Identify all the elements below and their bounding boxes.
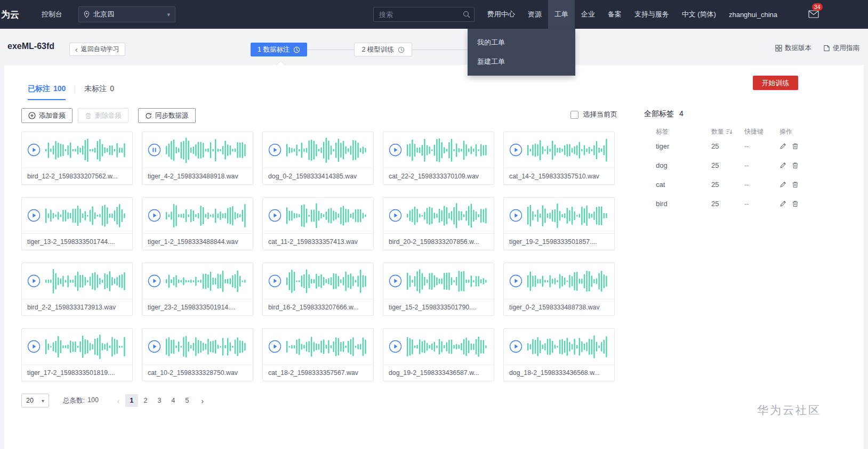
audio-card[interactable]: tiger_23-2_1598333501914....: [142, 263, 253, 316]
play-button[interactable]: [268, 143, 282, 157]
play-button[interactable]: [148, 143, 161, 157]
play-button[interactable]: [268, 209, 282, 222]
play-button[interactable]: [509, 340, 523, 353]
nav-item-resources[interactable]: 资源: [521, 0, 548, 29]
mail-button[interactable]: 34: [808, 10, 819, 20]
audio-card[interactable]: bird_12-2_1598333207562.w...: [21, 132, 133, 185]
nav-item-account[interactable]: zhanghui_china: [722, 0, 784, 29]
start-training-button[interactable]: 开始训练: [753, 76, 798, 90]
audio-card[interactable]: dog_18-2_1598333436568.w...: [503, 328, 615, 381]
audio-card[interactable]: bird_2-2_1598333173913.wav: [21, 263, 133, 316]
data-version-link[interactable]: 数据版本: [775, 44, 811, 53]
delete-label-icon[interactable]: [792, 162, 799, 169]
play-button[interactable]: [389, 209, 402, 222]
play-button[interactable]: [148, 209, 161, 222]
select-current-page[interactable]: 选择当前页: [570, 110, 617, 119]
audio-card[interactable]: tiger_1-2_1598333488844.wav: [142, 197, 253, 250]
play-button[interactable]: [27, 340, 41, 353]
edit-label-icon[interactable]: [779, 162, 786, 169]
play-button[interactable]: [509, 274, 523, 288]
step-connector: [412, 50, 468, 50]
search-icon[interactable]: [463, 11, 470, 18]
audio-card[interactable]: cat_10-2_1598333328750.wav: [142, 328, 253, 381]
search-input[interactable]: [373, 7, 475, 22]
sync-data-source-button[interactable]: 同步数据源: [138, 108, 196, 123]
audio-card[interactable]: tiger_0-2_1598333488738.wav: [503, 263, 615, 316]
nav-item-icp-filing[interactable]: 备案: [601, 0, 628, 29]
nav-item-language[interactable]: 中文 (简体): [676, 0, 722, 29]
play-button[interactable]: [509, 143, 523, 157]
sync-data-source-label: 同步数据源: [155, 111, 189, 120]
delete-audio-button[interactable]: 删除音频: [78, 108, 128, 123]
tab-labeled[interactable]: 已标注 100: [28, 84, 66, 100]
delete-label-icon[interactable]: [792, 200, 799, 207]
label-row[interactable]: bird 25 --: [644, 194, 804, 213]
audio-card[interactable]: cat_14-2_1598333357510.wav: [503, 132, 615, 185]
edit-label-icon[interactable]: [779, 181, 786, 188]
audio-card[interactable]: bird_16-2_1598333207666.w...: [262, 263, 374, 316]
audio-preview: [142, 263, 253, 299]
usage-guide-link[interactable]: 使用指南: [823, 44, 859, 53]
audio-waveform: [166, 201, 249, 230]
play-button[interactable]: [27, 209, 41, 222]
page-1[interactable]: 1: [125, 394, 138, 407]
audio-card[interactable]: bird_20-2_1598333207856.w...: [383, 197, 494, 250]
play-button[interactable]: [268, 274, 282, 288]
play-icon: [509, 143, 523, 157]
play-button[interactable]: [389, 274, 402, 288]
audio-card[interactable]: cat_11-2_1598333357413.wav: [262, 197, 374, 250]
audio-filename: bird_16-2_1598333207666.w...: [263, 299, 373, 315]
audio-card[interactable]: cat_22-2_1598333370109.wav: [383, 132, 494, 185]
page-5[interactable]: 5: [181, 394, 194, 407]
edit-label-icon[interactable]: [779, 143, 786, 150]
label-count: 25: [711, 181, 744, 189]
nav-item-support[interactable]: 支持与服务: [628, 0, 676, 29]
audio-preview: [22, 132, 132, 168]
nav-item-enterprise[interactable]: 企业: [575, 0, 601, 29]
nav-item-billing-center[interactable]: 费用中心: [481, 0, 521, 29]
tab-unlabeled[interactable]: 未标注 0: [84, 84, 114, 100]
step-2[interactable]: 2 模型训练: [354, 43, 412, 56]
audio-card[interactable]: cat_18-2_1598333357567.wav: [262, 328, 374, 381]
select-current-page-checkbox[interactable]: [570, 111, 578, 119]
delete-label-icon[interactable]: [792, 143, 799, 150]
next-page-button[interactable]: ›: [197, 396, 208, 405]
step-1[interactable]: 1 数据标注: [251, 43, 307, 56]
audio-card[interactable]: tiger_13-2_1598333501744....: [21, 197, 133, 250]
region-selector[interactable]: 北京四 ▾: [78, 6, 175, 22]
play-button[interactable]: [27, 143, 41, 157]
sort-icon[interactable]: [726, 129, 733, 135]
audio-card[interactable]: tiger_4-2_1598333488918.wav: [142, 132, 253, 185]
play-button[interactable]: [27, 274, 41, 288]
label-row[interactable]: cat 25 --: [644, 175, 804, 194]
brand-logo[interactable]: 为云: [1, 9, 19, 21]
audio-card[interactable]: dog_0-2_1598333414385.wav: [262, 132, 374, 185]
delete-label-icon[interactable]: [792, 181, 799, 188]
page-4[interactable]: 4: [167, 394, 180, 407]
play-button[interactable]: [268, 340, 282, 353]
play-button[interactable]: [389, 143, 402, 157]
audio-card[interactable]: dog_19-2_1598333436587.w...: [383, 328, 494, 381]
chevron-left-icon: ‹: [75, 46, 78, 53]
page-2[interactable]: 2: [139, 394, 152, 407]
audio-card[interactable]: tiger_19-2_1598333501857....: [503, 197, 615, 250]
edit-label-icon[interactable]: [779, 200, 786, 207]
console-link[interactable]: 控制台: [42, 10, 62, 19]
play-button[interactable]: [509, 209, 523, 222]
audio-card[interactable]: tiger_15-2_1598333501790....: [383, 263, 494, 316]
play-button[interactable]: [148, 340, 161, 353]
label-row[interactable]: dog 25 --: [644, 156, 804, 175]
page-size-select[interactable]: 20 ▾: [21, 394, 49, 407]
label-row[interactable]: tiger 25 --: [644, 136, 804, 156]
audio-waveform: [286, 136, 369, 165]
prev-page-button[interactable]: ‹: [112, 396, 124, 405]
dropdown-item-new-ticket[interactable]: 新建工单: [468, 52, 575, 71]
audio-card[interactable]: tiger_17-2_1598333501819....: [21, 328, 133, 381]
back-button[interactable]: ‹ 返回自动学习: [69, 43, 125, 56]
dropdown-item-my-tickets[interactable]: 我的工单: [468, 33, 575, 52]
page-3[interactable]: 3: [153, 394, 166, 407]
add-audio-button[interactable]: 添加音频: [21, 108, 73, 123]
play-button[interactable]: [148, 274, 161, 288]
nav-item-tickets[interactable]: 工单: [548, 0, 575, 29]
play-button[interactable]: [389, 340, 402, 353]
